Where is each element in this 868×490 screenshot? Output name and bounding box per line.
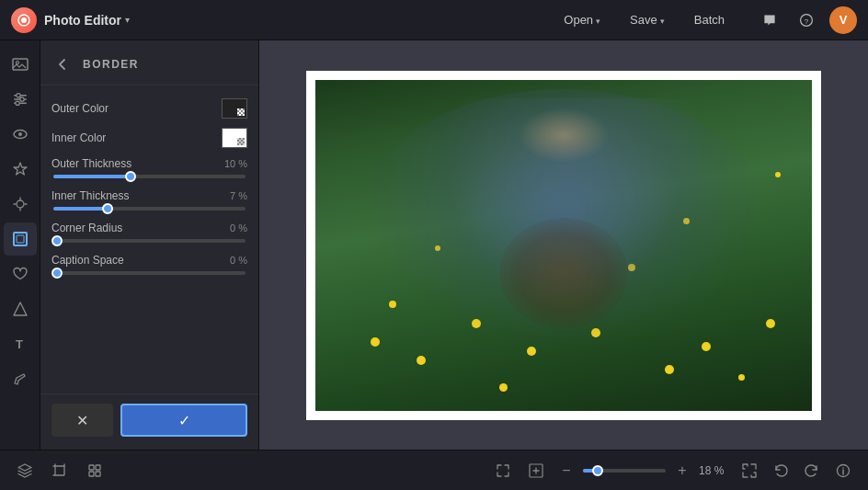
help-icon-btn[interactable]: ? (793, 6, 820, 34)
iconbar-star-btn[interactable] (4, 153, 37, 186)
svg-point-13 (18, 132, 22, 136)
topbar-right: ? V (756, 6, 857, 34)
zoom-controls: − + 18 % (489, 457, 728, 484)
save-menu[interactable]: Save▾ (617, 7, 678, 32)
inner-color-label: Inner Color (51, 131, 222, 144)
app-logo (11, 7, 37, 33)
bottombar: − + 18 % (0, 450, 868, 490)
svg-point-11 (15, 101, 18, 105)
svg-rect-20 (89, 465, 94, 470)
caption-space-label: Caption Space (51, 254, 124, 267)
iconbar-border-btn[interactable] (4, 222, 37, 256)
app-title-caret[interactable]: ▾ (125, 15, 130, 25)
iconbar-heart-btn[interactable] (4, 257, 37, 291)
svg-rect-23 (96, 472, 100, 476)
panel-title: BORDER (83, 58, 139, 71)
border-panel: BORDER Outer Color Inner Color Outer T (40, 40, 259, 450)
layers-icon-btn[interactable] (11, 457, 39, 484)
aspect-ratio-icon-btn[interactable] (736, 457, 763, 484)
inner-color-row: Inner Color (51, 128, 247, 148)
svg-point-1 (21, 17, 27, 23)
outer-color-label: Outer Color (51, 102, 222, 115)
inner-thickness-value: 7 % (230, 190, 247, 201)
inner-thickness-slider-row: Inner Thickness 7 % (51, 189, 247, 211)
zoom-slider[interactable] (583, 469, 666, 473)
svg-text:T: T (16, 337, 23, 351)
caption-space-slider-row: Caption Space 0 % (51, 254, 247, 275)
svg-rect-15 (14, 233, 27, 245)
undo-icon-btn[interactable] (767, 457, 794, 484)
photo-border (306, 71, 821, 420)
app-title: Photo Editor (44, 13, 121, 28)
inner-thickness-label: Inner Thickness (51, 189, 130, 202)
iconbar-sliders-btn[interactable] (4, 83, 37, 116)
main-area: T BORDER Outer Color Inner Color (0, 40, 868, 450)
outer-thickness-track[interactable] (53, 175, 246, 178)
svg-point-5 (16, 62, 18, 64)
info-icon-btn[interactable] (829, 457, 857, 484)
fit-screen-icon-btn[interactable] (489, 457, 517, 484)
zoom-plus-btn[interactable]: + (671, 460, 693, 482)
user-avatar[interactable]: V (829, 6, 857, 34)
svg-point-26 (842, 467, 844, 469)
panel-buttons: ✕ ✓ (40, 393, 258, 450)
iconbar-shape-btn[interactable] (4, 292, 37, 325)
svg-marker-17 (14, 302, 27, 315)
caption-space-value: 0 % (230, 255, 247, 266)
cancel-button[interactable]: ✕ (51, 404, 113, 437)
svg-text:?: ? (805, 17, 809, 25)
panel-header: BORDER (40, 40, 258, 85)
svg-rect-22 (89, 472, 94, 476)
iconbar: T (0, 40, 40, 450)
corner-radius-slider-row: Corner Radius 0 % (51, 222, 247, 243)
comment-icon-btn[interactable] (756, 6, 783, 34)
corner-radius-value: 0 % (230, 222, 247, 234)
bottombar-right (736, 457, 857, 484)
outer-color-row: Outer Color (51, 98, 247, 119)
zoom-value: 18 % (699, 464, 728, 477)
outer-thickness-slider-row: Outer Thickness 10 % (51, 157, 247, 178)
iconbar-effects-btn[interactable] (4, 188, 37, 221)
photo-image (315, 80, 812, 411)
iconbar-pen-btn[interactable] (4, 362, 37, 395)
svg-rect-21 (96, 465, 100, 470)
batch-button[interactable]: Batch (681, 7, 737, 32)
zoom-minus-btn[interactable]: − (555, 460, 577, 482)
redo-icon-btn[interactable] (798, 457, 826, 484)
iconbar-text-btn[interactable]: T (4, 327, 37, 360)
panel-back-button[interactable] (51, 53, 74, 75)
iconbar-image-btn[interactable] (4, 48, 37, 81)
canvas-area (259, 40, 868, 450)
svg-point-10 (19, 97, 23, 101)
topbar-nav: Open▾ Save▾ Batch (551, 7, 737, 32)
corner-radius-label: Corner Radius (51, 222, 122, 234)
inner-thickness-track[interactable] (53, 207, 246, 211)
zoom-in-icon-btn[interactable] (522, 457, 550, 484)
confirm-button[interactable]: ✓ (120, 404, 247, 437)
svg-rect-16 (17, 235, 24, 243)
outer-color-swatch[interactable] (222, 98, 247, 119)
inner-color-swatch[interactable] (222, 128, 247, 148)
panel-content: Outer Color Inner Color Outer Thickness … (40, 85, 258, 393)
photo-container (306, 71, 821, 420)
grid-icon-btn[interactable] (81, 457, 108, 484)
outer-thickness-value: 10 % (224, 158, 247, 169)
topbar: Photo Editor ▾ Open▾ Save▾ Batch ? V (0, 0, 868, 40)
svg-point-14 (17, 200, 24, 208)
outer-thickness-label: Outer Thickness (51, 157, 131, 170)
svg-rect-19 (55, 466, 64, 475)
open-menu[interactable]: Open▾ (551, 7, 613, 32)
caption-space-track[interactable] (53, 271, 246, 275)
svg-point-9 (16, 94, 19, 97)
iconbar-eye-btn[interactable] (4, 118, 37, 151)
corner-radius-track[interactable] (53, 239, 246, 243)
crop-icon-btn[interactable] (46, 457, 74, 484)
